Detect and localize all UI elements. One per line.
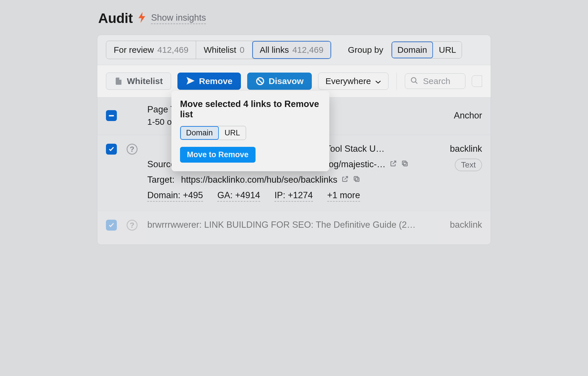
svg-line-1	[258, 79, 262, 83]
popover-scope-toggle: Domain URL	[180, 126, 246, 140]
external-link-icon[interactable]	[341, 175, 349, 185]
row-anchor: backlink	[450, 220, 482, 230]
scope-dropdown-label: Everywhere	[325, 76, 371, 86]
tab-whitelist[interactable]: Whitelist 0	[196, 41, 252, 59]
whitelist-button-label: Whitelist	[127, 76, 163, 86]
whitelist-button[interactable]: Whitelist	[106, 73, 171, 90]
remove-button-label: Remove	[199, 76, 233, 86]
disavow-button-label: Disavow	[269, 76, 304, 86]
tab-for-review-count: 412,469	[157, 45, 188, 55]
show-insights-link[interactable]: Show insights	[151, 13, 206, 24]
move-to-remove-popover: Move selected 4 links to Remove list Dom…	[171, 91, 329, 171]
svg-rect-7	[354, 176, 358, 180]
search-box[interactable]	[405, 73, 465, 89]
popover-opt-url[interactable]: URL	[219, 126, 246, 140]
remove-button[interactable]: Remove	[177, 73, 241, 90]
tab-for-review-label: For review	[114, 45, 154, 55]
list-filter-tabs: For review 412,469 Whitelist 0 All links…	[106, 41, 331, 59]
group-by-toggle: Domain URL	[391, 41, 462, 59]
popover-title: Move selected 4 links to Remove list	[180, 99, 321, 120]
svg-rect-5	[402, 161, 406, 165]
audit-card: For review 412,469 Whitelist 0 All links…	[97, 35, 491, 245]
table-row: brwrrrwwerer: LINK BUILDING FOR SEO: The…	[97, 211, 491, 245]
stat-ip[interactable]: IP: +1274	[274, 190, 313, 202]
chevron-down-icon	[375, 76, 381, 86]
svg-line-3	[415, 82, 417, 84]
tab-whitelist-count: 0	[240, 45, 245, 55]
tab-for-review[interactable]: For review 412,469	[106, 41, 196, 59]
stat-domain[interactable]: Domain: +495	[147, 190, 203, 202]
bolt-icon	[138, 12, 146, 24]
tab-all-links[interactable]: All links 412,469	[252, 41, 331, 59]
select-all-checkbox[interactable]	[106, 110, 117, 121]
svg-rect-6	[355, 178, 359, 182]
row-checkbox[interactable]	[106, 144, 117, 155]
help-icon[interactable]	[127, 144, 138, 155]
tab-all-links-label: All links	[260, 45, 289, 55]
group-by-domain[interactable]: Domain	[392, 42, 433, 58]
row-title[interactable]: brwrrrwwerer: LINK BUILDING FOR SEO: The…	[147, 220, 440, 230]
row-anchor: backlink	[450, 144, 482, 154]
group-by-url[interactable]: URL	[433, 42, 462, 58]
extra-checkbox[interactable]	[472, 75, 482, 87]
svg-point-2	[411, 78, 416, 82]
popover-opt-domain[interactable]: Domain	[180, 126, 219, 140]
tab-whitelist-label: Whitelist	[204, 45, 236, 55]
target-url[interactable]: https://backlinko.com/hub/seo/backlinks	[181, 175, 337, 185]
move-to-remove-button[interactable]: Move to Remove	[180, 147, 256, 163]
search-icon	[410, 77, 418, 86]
help-icon[interactable]	[127, 220, 138, 231]
target-label: Target:	[147, 175, 177, 185]
scope-dropdown[interactable]: Everywhere	[318, 73, 388, 90]
tab-all-links-count: 412,469	[292, 45, 323, 55]
copy-icon[interactable]	[401, 159, 409, 170]
col-anchor[interactable]: Anchor	[454, 110, 482, 121]
stat-more[interactable]: +1 more	[327, 190, 360, 202]
svg-rect-4	[404, 162, 407, 166]
group-by-label: Group by	[348, 45, 383, 55]
search-input[interactable]	[422, 76, 460, 86]
disavow-button[interactable]: Disavow	[247, 73, 312, 90]
stat-ga[interactable]: GA: +4914	[217, 190, 260, 202]
anchor-type-badge: Text	[455, 159, 482, 171]
external-link-icon[interactable]	[390, 159, 397, 170]
row-checkbox[interactable]	[106, 220, 117, 231]
copy-icon[interactable]	[353, 175, 360, 185]
page-title: Audit	[98, 10, 133, 26]
